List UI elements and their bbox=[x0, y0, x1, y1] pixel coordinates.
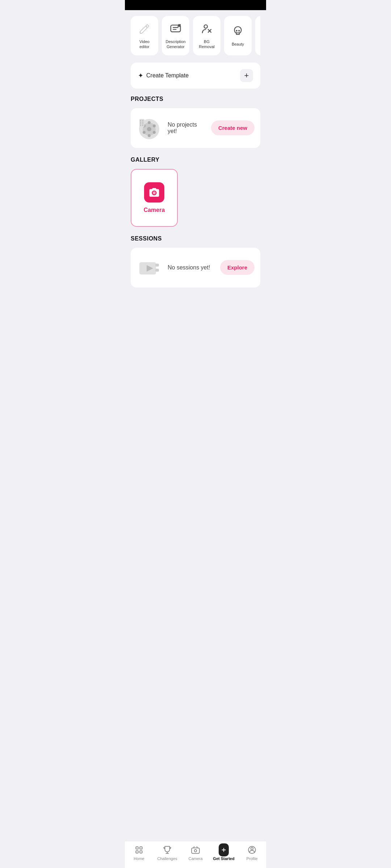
nav-challenges[interactable]: Challenges bbox=[153, 845, 181, 861]
tool-description-generator[interactable]: AI Description Generator bbox=[162, 16, 189, 55]
svg-point-2 bbox=[204, 25, 207, 28]
gallery-camera-item[interactable]: Camera bbox=[131, 169, 178, 227]
svg-point-13 bbox=[148, 121, 151, 124]
get-started-icon bbox=[219, 845, 229, 855]
tool-beauty-label: Beauty bbox=[232, 42, 244, 47]
svg-point-15 bbox=[153, 124, 156, 127]
profile-icon bbox=[247, 845, 257, 855]
tool-sticker[interactable]: Sticker bbox=[255, 16, 260, 55]
projects-empty-text: No projects yet! bbox=[168, 122, 205, 135]
svg-rect-20 bbox=[140, 120, 141, 122]
gallery-camera-label: Camera bbox=[144, 207, 165, 213]
bottom-nav: Home Challenges Camera bbox=[125, 841, 266, 868]
face-icon bbox=[231, 24, 245, 39]
nav-challenges-label: Challenges bbox=[157, 856, 177, 861]
plus-icon: + bbox=[240, 69, 253, 82]
svg-rect-34 bbox=[140, 851, 142, 853]
svg-rect-23 bbox=[142, 120, 143, 122]
nav-profile-label: Profile bbox=[246, 856, 257, 861]
nav-get-started-label: Get Started bbox=[213, 856, 234, 861]
sessions-section-header: SESSIONS bbox=[131, 235, 260, 242]
svg-rect-29 bbox=[155, 264, 159, 267]
svg-rect-25 bbox=[142, 124, 143, 126]
svg-point-36 bbox=[194, 850, 197, 852]
svg-text:AI: AI bbox=[178, 24, 181, 27]
svg-rect-33 bbox=[136, 851, 138, 853]
nav-home[interactable]: Home bbox=[125, 845, 153, 861]
svg-point-14 bbox=[148, 134, 151, 137]
explore-button[interactable]: Explore bbox=[220, 260, 255, 275]
svg-rect-35 bbox=[192, 848, 199, 854]
camera-icon-wrap bbox=[144, 182, 164, 203]
svg-point-6 bbox=[239, 30, 239, 31]
film-reel-icon bbox=[136, 115, 162, 141]
home-icon bbox=[134, 845, 144, 855]
nav-camera-label: Camera bbox=[188, 856, 202, 861]
status-bar bbox=[125, 0, 266, 10]
sessions-empty-state: No sessions yet! Explore bbox=[131, 248, 260, 288]
tools-row: Video editor AI Description Generator bbox=[131, 16, 260, 57]
create-template-button[interactable]: ✦ Create Template + bbox=[131, 63, 260, 89]
svg-rect-31 bbox=[136, 847, 138, 849]
nav-profile[interactable]: Profile bbox=[238, 845, 266, 861]
sessions-section: SESSIONS No sessions yet! Explore bbox=[131, 235, 260, 288]
projects-empty-state: No projects yet! Create new bbox=[131, 108, 260, 148]
sessions-empty-text: No sessions yet! bbox=[168, 264, 214, 271]
svg-point-12 bbox=[147, 127, 151, 131]
svg-point-5 bbox=[236, 30, 237, 31]
tool-bg-removal[interactable]: BG Removal bbox=[193, 16, 220, 55]
trophy-icon bbox=[162, 845, 172, 855]
svg-rect-30 bbox=[155, 269, 159, 272]
nav-camera-icon bbox=[190, 845, 201, 855]
projects-section-header: PROJECTS bbox=[131, 96, 260, 102]
gallery-grid: Camera bbox=[131, 169, 260, 227]
nav-get-started[interactable]: Get Started bbox=[210, 845, 238, 861]
sessions-empty-icon bbox=[136, 255, 162, 280]
sparkle-icon: ✦ bbox=[138, 72, 143, 80]
nav-camera[interactable]: Camera bbox=[181, 845, 210, 861]
gallery-section: GALLERY Camera bbox=[131, 157, 260, 227]
create-new-button[interactable]: Create new bbox=[211, 120, 255, 135]
camera-icon bbox=[148, 187, 160, 198]
gallery-section-header: GALLERY bbox=[131, 157, 260, 163]
create-template-left: ✦ Create Template bbox=[138, 72, 189, 80]
svg-rect-22 bbox=[140, 124, 141, 126]
main-content: Video editor AI Description Generator bbox=[125, 10, 266, 332]
svg-point-26 bbox=[153, 191, 156, 194]
tool-video-editor[interactable]: Video editor bbox=[131, 16, 158, 55]
svg-rect-24 bbox=[142, 122, 143, 124]
tool-bg-removal-label: BG Removal bbox=[197, 39, 216, 50]
tool-beauty[interactable]: Beauty bbox=[224, 16, 252, 55]
svg-point-39 bbox=[251, 848, 253, 850]
tool-video-editor-label: Video editor bbox=[135, 39, 154, 50]
nav-home-label: Home bbox=[134, 856, 144, 861]
svg-rect-21 bbox=[140, 122, 141, 124]
svg-point-17 bbox=[153, 131, 156, 134]
svg-point-18 bbox=[143, 131, 146, 134]
tool-description-generator-label: Description Generator bbox=[165, 39, 185, 50]
ai-chat-icon: AI bbox=[168, 22, 183, 36]
create-template-label: Create Template bbox=[146, 72, 189, 79]
svg-rect-32 bbox=[140, 847, 142, 849]
pencil-icon bbox=[137, 22, 152, 36]
person-remove-icon bbox=[199, 22, 214, 36]
projects-section: PROJECTS No projects yet bbox=[131, 96, 260, 148]
